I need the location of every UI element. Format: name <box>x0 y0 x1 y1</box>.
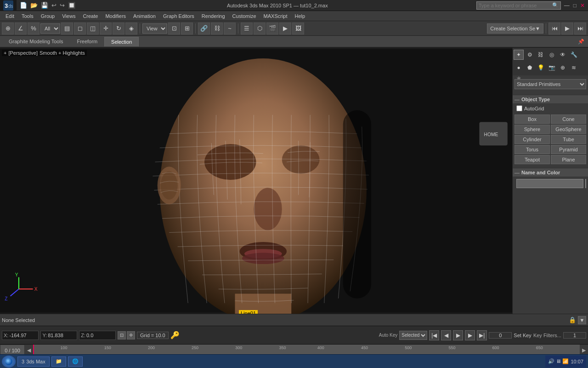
scale[interactable]: ◈ <box>125 23 137 34</box>
tab-freeform[interactable]: Freeform <box>70 36 104 46</box>
bind-spacewarp[interactable]: ~ <box>224 23 236 34</box>
pyramid-button[interactable]: Pyramid <box>551 145 586 154</box>
lock-icon[interactable]: 🔒 <box>569 316 576 323</box>
filter-select[interactable]: All <box>40 23 60 34</box>
view-select[interactable]: View <box>142 23 167 34</box>
link[interactable]: 🔗 <box>198 23 210 34</box>
unlink[interactable]: ⛓ <box>211 23 223 34</box>
menu-help[interactable]: Help <box>291 12 309 20</box>
z-input[interactable] <box>86 333 114 338</box>
search-box[interactable]: 🔍 <box>476 1 561 10</box>
object-type-collapse[interactable]: — <box>514 97 520 102</box>
taskbar-app-3dsmax[interactable]: 3 3ds Max <box>17 356 50 367</box>
transform-type-in[interactable]: ⊡ ✛ <box>118 331 135 339</box>
teapot-button[interactable]: Teapot <box>514 155 550 164</box>
tube-button[interactable]: Tube <box>551 135 586 144</box>
primitives-dropdown[interactable]: Standard Primitives <box>514 79 586 89</box>
new-icon[interactable]: 📄 <box>18 1 28 10</box>
viewport-plus[interactable]: + <box>4 50 6 56</box>
next-frame-button[interactable]: ▶ <box>465 330 475 340</box>
quick-render[interactable]: ▶ <box>279 23 291 34</box>
y-input[interactable] <box>48 333 75 338</box>
ribbon-pin[interactable]: 📌 <box>576 36 586 46</box>
viewport-perspective[interactable]: [Perspective] <box>8 50 38 56</box>
menu-modifiers[interactable]: Modifiers <box>102 12 130 20</box>
menu-graph-editors[interactable]: Graph Editors <box>159 12 198 20</box>
display-panel-icon[interactable]: 👁 <box>558 50 568 60</box>
angle-snap[interactable]: ∠ <box>15 23 27 34</box>
create-cameras-icon[interactable]: 📷 <box>547 63 557 73</box>
open-icon[interactable]: 📂 <box>29 1 39 10</box>
motion-panel-icon[interactable]: ◎ <box>547 50 557 60</box>
menu-tools[interactable]: Tools <box>18 12 37 20</box>
taskbar-app-chrome[interactable]: 🌐 <box>68 356 83 367</box>
app-logo[interactable]: 3 ds <box>0 0 17 11</box>
schematic-view[interactable]: ☰ <box>241 23 253 34</box>
start-button[interactable] <box>2 356 16 368</box>
play-anim[interactable]: ▶ <box>561 23 573 34</box>
create-helpers-icon[interactable]: ⊕ <box>558 63 568 73</box>
prev-frame[interactable]: ⏮ <box>548 23 560 34</box>
window-crossing[interactable]: ◫ <box>87 23 99 34</box>
keyfilters-button[interactable]: Key Filters... <box>533 333 561 338</box>
create-selection-set[interactable]: Create Selection Se▼ <box>487 23 543 34</box>
plane-button[interactable]: Plane <box>551 155 586 164</box>
select-region[interactable]: ◻ <box>74 23 86 34</box>
autokey-select[interactable]: Selected <box>399 331 427 340</box>
select-center[interactable]: ⊞ <box>181 23 193 34</box>
modify-panel-icon[interactable]: ⚙ <box>525 50 535 60</box>
next-frame[interactable]: ⏭ <box>574 23 586 34</box>
menu-rendering[interactable]: Rendering <box>198 12 229 20</box>
redo-icon[interactable]: ↪ <box>58 1 66 10</box>
play-button[interactable]: ▶ <box>453 330 463 340</box>
menu-group[interactable]: Group <box>37 12 59 20</box>
hierarchy-panel-icon[interactable]: ⛓ <box>536 50 546 60</box>
box-button[interactable]: Box <box>514 115 550 124</box>
taskbar-app-explorer[interactable]: 📁 <box>51 356 66 367</box>
percent-snap[interactable]: % <box>28 23 40 34</box>
go-to-start-button[interactable]: |◀ <box>429 330 439 340</box>
autogrid-checkbox[interactable] <box>516 105 522 111</box>
menu-maxscript[interactable]: MAXScript <box>260 12 291 20</box>
menu-views[interactable]: Views <box>58 12 79 20</box>
menu-create[interactable]: Create <box>79 12 102 20</box>
render-frame[interactable]: 🖼 <box>292 23 304 34</box>
cylinder-button[interactable]: Cylinder <box>514 135 550 144</box>
x-input[interactable] <box>9 333 37 338</box>
tab-selection[interactable]: Selection <box>104 37 139 46</box>
go-to-end-button[interactable]: ▶| <box>477 330 487 340</box>
menu-edit[interactable]: Edit <box>2 12 18 20</box>
current-frame-input[interactable] <box>489 332 512 339</box>
object-name-input[interactable] <box>516 179 583 188</box>
key-icon[interactable]: 🔑 <box>170 331 180 339</box>
close-button[interactable]: ✕ <box>579 2 586 9</box>
maximize-button[interactable]: □ <box>572 2 578 9</box>
cone-button[interactable]: Cone <box>551 115 586 124</box>
sphere-button[interactable]: Sphere <box>514 125 550 134</box>
geosphere-button[interactable]: GeoSphere <box>551 125 586 134</box>
rotate[interactable]: ↻ <box>113 23 124 34</box>
time-config-input[interactable] <box>563 332 586 339</box>
snaps-toggle[interactable]: ⊕ <box>2 23 14 34</box>
torus-button[interactable]: Torus <box>514 145 550 154</box>
create-shapes-icon[interactable]: ⬟ <box>525 63 535 73</box>
tab-graphite-modeling[interactable]: Graphite Modeling Tools <box>2 36 70 46</box>
undo-icon[interactable]: ↩ <box>50 1 58 10</box>
viewport-shading[interactable]: Smooth + Highlights <box>40 50 85 56</box>
select-move[interactable]: ✛ <box>100 23 112 34</box>
minimize-timeline-button[interactable]: ▼ <box>578 316 586 324</box>
minimize-button[interactable]: — <box>563 2 571 9</box>
hold-icon[interactable]: 🔲 <box>67 1 77 10</box>
menu-customize[interactable]: Customize <box>229 12 260 20</box>
save-icon[interactable]: 💾 <box>40 1 50 10</box>
render-setup[interactable]: 🎬 <box>266 23 278 34</box>
material-editor[interactable]: ⬡ <box>254 23 266 34</box>
search-icon[interactable]: 🔍 <box>552 2 559 8</box>
menu-animation[interactable]: Animation <box>130 12 159 20</box>
create-lights-icon[interactable]: 💡 <box>536 63 546 73</box>
use-pivot[interactable]: ⊡ <box>168 23 180 34</box>
utilities-panel-icon[interactable]: 🔧 <box>569 50 579 60</box>
prev-frame-button[interactable]: ◀ <box>441 330 451 340</box>
create-geometry-icon[interactable]: ● <box>514 63 524 73</box>
select-by-name[interactable]: ▤ <box>61 23 73 34</box>
